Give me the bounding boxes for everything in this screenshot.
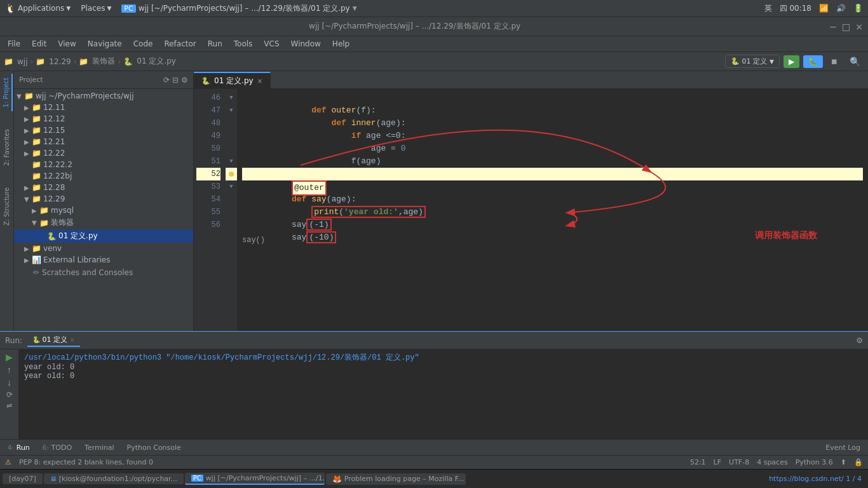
code-editor[interactable]: 46 47 48 49 50 51 52 53 54 55 56 ▼ ▼ ▼ [194,89,868,331]
encoding: UTF-8 [729,458,749,466]
pycharm-indicator: PC wjj [~/PycharmProjects/wjj] – .../12.… [121,3,356,14]
menu-navigate[interactable]: Navigate [83,38,127,50]
nav-wjj[interactable]: wjj [17,57,27,66]
tree-root[interactable]: ▼ 📁 wjj ~/PycharmProjects/wjj [14,90,193,102]
code-line-53: def say(age): [242,180,863,193]
tree-folder-12222[interactable]: 📁 12.22.2 [14,159,193,170]
tree-folder-1211[interactable]: ▶ 📁 12.11 [14,102,193,113]
menu-bar: File Edit View Navigate Code Refactor Ru… [0,36,868,52]
run-down-button[interactable]: ↓ [7,377,11,388]
tree-folder-1228[interactable]: ▶ 📁 12.28 [14,182,193,193]
tree-file-01[interactable]: 🐍 01 定义.py [14,229,193,243]
sidebar: 1: Project 2: Favorites Z: Structure Pro… [0,71,194,331]
sidebar-sync-button[interactable]: ⟳ [163,76,170,85]
code-line-49: age = 0 [242,130,863,142]
left-panel-tabs: 1: Project 2: Favorites Z: Structure [0,71,14,331]
tree-external-libraries[interactable]: ▶ 📊 External Libraries [14,254,193,266]
debug-button[interactable]: 🐛 [803,55,823,68]
fold-47[interactable]: ▼ [229,104,233,117]
nav-folder2[interactable]: 装饰器 [92,56,115,67]
window-title: wjj [~/PycharmProjects/wjj] – .../12.29/… [0,21,829,32]
fold-53[interactable]: ▼ [229,180,233,193]
menu-refactor[interactable]: Refactor [159,38,201,50]
menu-edit[interactable]: Edit [27,38,51,50]
editor-tabs: 🐍 01 定义.py × [194,71,868,89]
menu-code[interactable]: Code [128,38,158,50]
run-settings-button[interactable]: ⚙ [856,336,863,345]
sidebar-tab-project[interactable]: 1: Project [1,74,13,111]
tab-terminal[interactable]: Terminal [79,442,119,453]
run-header: Run: 🐍 01 定义 × ⚙ [0,332,868,349]
code-line-52: @outer [242,168,863,180]
app-menu[interactable]: 🐧 Applications ▼ [5,3,71,13]
tree-folder-1222[interactable]: ▶ 📁 12.22 [14,147,193,159]
run-up-button[interactable]: ↑ [7,365,11,375]
sidebar-header: Project ⟳ ⊟ ⚙ [14,71,193,89]
nav-folder1[interactable]: 12.29 [49,57,71,66]
menu-help[interactable]: Help [327,38,355,50]
menu-tools[interactable]: Tools [229,38,258,50]
maximize-button[interactable]: □ [842,22,850,32]
tree-folder-1221[interactable]: ▶ 📁 12.21 [14,136,193,147]
places-menu[interactable]: Places ▼ [81,4,111,13]
fold-51[interactable]: ▼ [229,155,233,168]
tab-run[interactable]: 4: Run [3,442,35,453]
title-bar: wjj [~/PycharmProjects/wjj] – .../12.29/… [0,17,868,36]
run-body: ▶ ↑ ↓ ⟳ ⇌ /usr/local/python3/bin/python3… [0,349,868,439]
sidebar-tab-favorites[interactable]: 2: Favorites [1,125,12,170]
minimize-button[interactable]: − [829,22,837,32]
tab-todo[interactable]: 6: TODO [37,442,77,453]
system-bar: 🐧 Applications ▼ Places ▼ PC wjj [~/Pych… [0,0,868,17]
battery-icon: 🔋 [853,4,863,13]
code-content[interactable]: def outer(f): def inner(age): if age <=0… [237,89,868,331]
event-log-button[interactable]: Event Log [820,442,865,453]
tree-folder-decorator[interactable]: ▼ 📁 装饰器 [14,216,193,229]
menu-run[interactable]: Run [203,38,227,50]
run-button[interactable]: ▶ [783,55,799,68]
sidebar-settings-button[interactable]: ⚙ [181,76,188,85]
python-version[interactable]: Python 3.6 [796,458,833,466]
search-everywhere-button[interactable]: 🔍 [846,55,864,69]
code-line-48: if age <=0: [242,117,863,130]
taskbar-terminal[interactable]: 🖥 [kiosk@foundation1:/opt/pychar... [44,473,184,484]
run-tab-active[interactable]: 🐍 01 定义 × [27,334,80,347]
cursor-position[interactable]: 52:1 [690,458,706,466]
code-line-47: def inner(age): [242,104,863,117]
scratches-and-consoles[interactable]: ✏ Scratches and Consoles [14,266,193,280]
fold-46[interactable]: ▼ [229,92,233,104]
tree-folder-venv[interactable]: ▶ 📁 venv [14,243,193,254]
menu-vcs[interactable]: VCS [259,38,284,50]
taskbar-pycharm[interactable]: PC wjj [~/PycharmProjects/wjj] – .../1..… [185,473,325,485]
tree-folder-1215[interactable]: ▶ 📁 12.15 [14,125,193,136]
close-button[interactable]: × [855,22,863,32]
run-rerun-button[interactable]: ⟳ [6,390,13,399]
editor-area: 🐍 01 定义.py × 46 47 48 49 50 51 52 53 54 … [194,71,868,331]
taskbar-firefox[interactable]: 🦊 Problem loading page – Mozilla F... [326,473,466,485]
menu-file[interactable]: File [3,38,25,50]
run-content: /usr/local/python3/bin/python3 "/home/ki… [19,349,868,439]
tree-folder-1229[interactable]: ▼ 📁 12.29 [14,193,193,205]
sidebar-tab-structure[interactable]: Z: Structure [1,184,12,229]
editor-tab-01[interactable]: 🐍 01 定义.py × [194,72,271,88]
menu-window[interactable]: Window [286,38,326,50]
tree-folder-mysql[interactable]: ▶ 📁 mysql [14,205,193,216]
wifi-icon: 📶 [819,4,829,13]
run-play-button[interactable]: ▶ [6,352,13,362]
code-line-51: return inner [242,155,863,168]
sidebar-collapse-button[interactable]: ⊟ [172,76,179,85]
taskbar-day07[interactable]: [day07] [3,473,43,484]
run-config-selector[interactable]: 🐍 01 定义 ▼ [725,55,780,68]
nav-file[interactable]: 01 定义.py [137,56,176,67]
code-line-55: say(-1) [242,206,863,219]
sidebar-content: Project ⟳ ⊟ ⚙ ▼ 📁 wjj ~/PycharmProjects/… [14,71,193,331]
menu-view[interactable]: View [53,38,81,50]
breakpoint-marker [229,172,234,177]
tree-folder-1222bj[interactable]: 📁 12.22bj [14,170,193,182]
tab-python-console[interactable]: Python Console [122,442,186,453]
tab-close-button[interactable]: × [257,78,262,85]
indent-type[interactable]: 4 spaces [757,458,788,466]
tree-folder-1212[interactable]: ▶ 📁 12.12 [14,113,193,125]
status-bar: ⚠ PEP 8: expected 2 blank lines, found 0… [0,455,868,469]
run-wrap-button[interactable]: ⇌ [6,402,12,410]
stop-button[interactable]: ⏹ [827,55,842,68]
